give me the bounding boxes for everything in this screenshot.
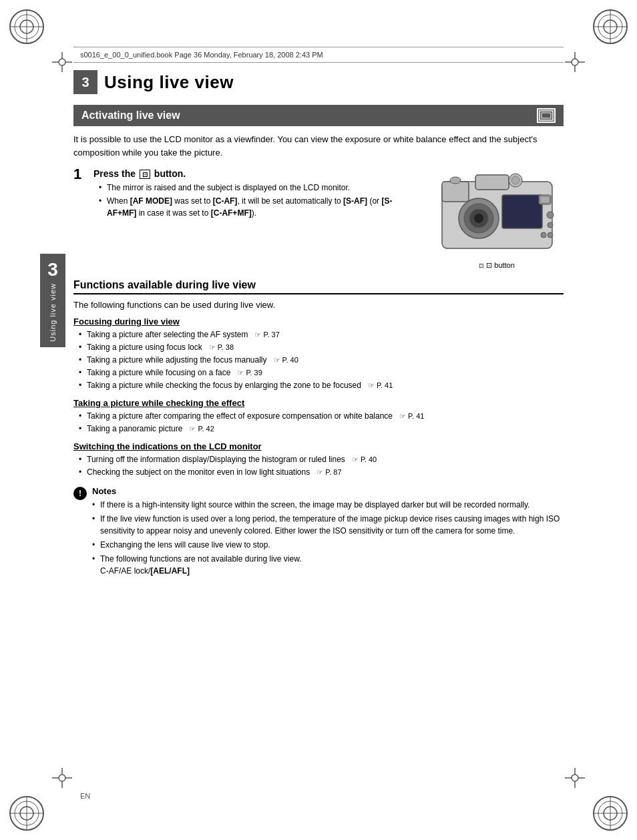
- switching-item-1: Turning off the information display/Disp…: [79, 453, 564, 465]
- step-image-part: ⊡ ⊡ button: [430, 168, 564, 270]
- svg-point-58: [511, 176, 519, 184]
- step-1-title: Press the ⊡ button.: [93, 168, 419, 179]
- checking-list: Taking a picture after comparing the eff…: [73, 410, 564, 435]
- chapter-header: 3 Using live view: [73, 70, 564, 94]
- svg-rect-44: [475, 175, 509, 190]
- focusing-item-2: Taking a picture using focus lock ☞ P. 3…: [79, 341, 564, 353]
- note-item-3: Exchanging the lens will cause live view…: [92, 539, 564, 551]
- step-title-prefix: Press the: [93, 168, 138, 179]
- subsection-focusing: Focusing during live view Taking a pictu…: [73, 317, 564, 391]
- step-1-content: Press the ⊡ button. The mirror is raised…: [93, 168, 564, 270]
- step-1-bullets: The mirror is raised and the subject is …: [93, 182, 419, 219]
- camera-caption: ⊡ ⊡ button: [479, 261, 515, 270]
- svg-point-20: [59, 59, 65, 65]
- switching-list: Turning off the information display/Disp…: [73, 453, 564, 478]
- step-1: 1 Press the ⊡ button. The mirror is rais…: [73, 168, 564, 270]
- svg-point-52: [547, 212, 554, 218]
- live-view-icon: [537, 108, 556, 123]
- subsection-checking-effect: Taking a picture while checking the effe…: [73, 398, 564, 435]
- functions-intro: The following functions can be used duri…: [73, 300, 564, 310]
- svg-point-30: [59, 775, 65, 781]
- notes-icon: !: [73, 487, 87, 500]
- corner-decoration-tl: [7, 7, 47, 47]
- focusing-list: Taking a picture after selecting the AF …: [73, 329, 564, 391]
- step-with-image: Press the ⊡ button. The mirror is raised…: [93, 168, 564, 270]
- step-number-1: 1: [73, 167, 93, 182]
- notes-title: Notes: [92, 486, 564, 496]
- subsection-checking-title: Taking a picture while checking the effe…: [73, 398, 564, 408]
- switching-item-2: Checking the subject on the monitor even…: [79, 466, 564, 478]
- focusing-item-1: Taking a picture after selecting the AF …: [79, 329, 564, 341]
- step-bullet-2: When [AF MODE] was set to [C-AF], it wil…: [99, 195, 419, 219]
- caption-icon: ⊡: [479, 262, 484, 269]
- crosshair-br: [565, 768, 585, 788]
- step-text-part: Press the ⊡ button. The mirror is raised…: [93, 168, 419, 270]
- functions-title: Functions available during live view: [73, 279, 564, 294]
- focusing-item-3: Taking a picture while adjusting the foc…: [79, 354, 564, 366]
- camera-illustration: [435, 168, 559, 258]
- subsection-switching: Switching the indications on the LCD mon…: [73, 441, 564, 478]
- step-title-suffix: button.: [152, 168, 186, 179]
- side-tab-text: Using live view: [49, 283, 57, 342]
- subsection-focusing-title: Focusing during live view: [73, 317, 564, 327]
- chapter-number: 3: [73, 70, 97, 94]
- svg-rect-43: [442, 182, 469, 202]
- corner-decoration-br: [590, 793, 630, 833]
- svg-rect-49: [502, 195, 542, 228]
- file-info-text: s0016_e_00_0_unified.book Page 36 Monday…: [80, 51, 323, 59]
- functions-section: Functions available during live view The…: [73, 279, 564, 478]
- notes-content: Notes If there is a high-intensity light…: [92, 486, 564, 579]
- section-description: It is possible to use the LCD monitor as…: [73, 133, 564, 159]
- corner-decoration-tr: [590, 7, 630, 47]
- crosshair-tl: [52, 52, 72, 72]
- focusing-item-4: Taking a picture while focusing on a fac…: [79, 367, 564, 379]
- checking-item-1: Taking a picture after comparing the eff…: [79, 410, 564, 422]
- svg-rect-51: [540, 196, 550, 203]
- checking-item-2: Taking a panoramic picture ☞ P. 42: [79, 423, 564, 435]
- svg-point-35: [572, 775, 578, 781]
- main-content: 3 Using live view Activating live view I…: [73, 70, 564, 787]
- chapter-title: Using live view: [104, 72, 234, 93]
- bottom-en-label: EN: [80, 792, 90, 800]
- note-item-1: If there is a high-intensity light sourc…: [92, 499, 564, 511]
- notes-section: ! Notes If there is a high-intensity lig…: [73, 486, 564, 579]
- svg-point-48: [474, 214, 483, 223]
- svg-rect-41: [542, 113, 551, 118]
- side-tab-number: 3: [47, 259, 58, 280]
- crosshair-bl: [52, 768, 72, 788]
- file-info-bar: s0016_e_00_0_unified.book Page 36 Monday…: [73, 47, 564, 63]
- side-tab: 3 Using live view: [40, 254, 65, 347]
- svg-point-55: [548, 232, 553, 238]
- section-title: Activating live view: [81, 110, 180, 122]
- svg-point-53: [548, 222, 553, 228]
- notes-list: If there is a high-intensity light sourc…: [92, 499, 564, 577]
- crosshair-tr: [565, 52, 585, 72]
- note-item-2: If the live view function is used over a…: [92, 513, 564, 537]
- section-header: Activating live view: [73, 105, 564, 126]
- step-bullet-1: The mirror is raised and the subject is …: [99, 182, 419, 194]
- live-view-button-icon: ⊡: [140, 170, 150, 179]
- focusing-item-5: Taking a picture while checking the focu…: [79, 379, 564, 391]
- corner-decoration-bl: [7, 793, 47, 833]
- svg-point-25: [572, 59, 578, 65]
- svg-point-54: [541, 232, 546, 238]
- note-item-4: The following functions are not availabl…: [92, 553, 564, 577]
- svg-point-56: [450, 177, 461, 184]
- subsection-switching-title: Switching the indications on the LCD mon…: [73, 441, 564, 451]
